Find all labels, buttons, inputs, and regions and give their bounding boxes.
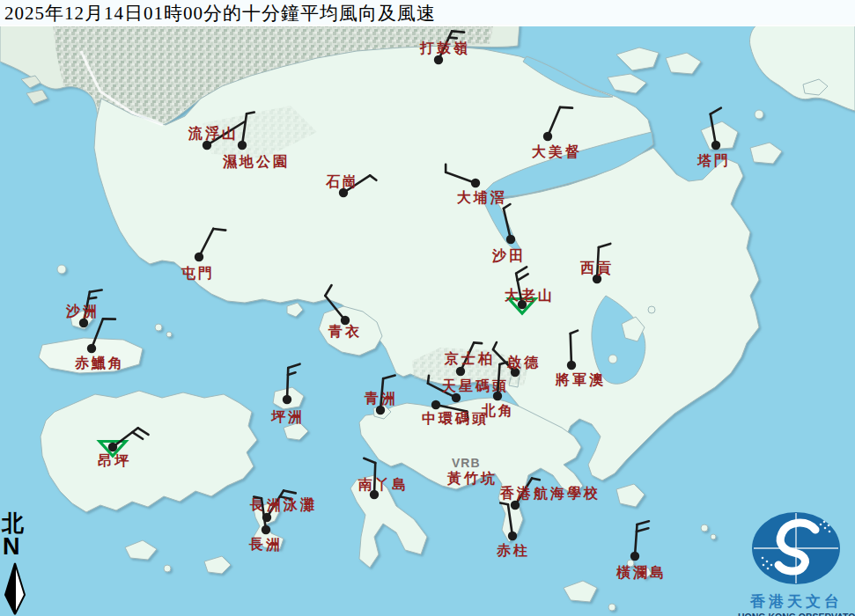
station-label: 南丫島 (357, 477, 409, 492)
land-soko-2 (164, 565, 171, 572)
station-dot (543, 132, 552, 141)
title-bar: 2025年12月14日01時00分的十分鐘平均風向及風速 (0, 0, 855, 26)
wind-barb-feather-half (500, 502, 508, 504)
land-brothers-1 (155, 324, 162, 331)
station-label: 大美督 (532, 143, 582, 159)
station-label: 石崗 (325, 174, 359, 189)
land-ninepin-1 (701, 524, 708, 532)
hko-logo-icon (738, 510, 855, 586)
wind-barb-feather-half (428, 376, 429, 384)
land-port-island (755, 110, 763, 119)
station-label: 大老山 (505, 288, 555, 303)
north-label-zh: 北 (2, 512, 37, 535)
station-label: 坪洲 (270, 409, 305, 424)
map-title: 2025年12月14日01時00分的十分鐘平均風向及風速 (4, 1, 436, 26)
station-label: 打鼓嶺 (419, 40, 470, 55)
station-label: 香港航海學校 (499, 485, 601, 501)
station-label: 大埔滘 (457, 189, 507, 205)
station-label: 青洲 (364, 391, 398, 406)
land-ninepin-2 (711, 534, 716, 539)
station-label: 昂坪 (98, 453, 131, 468)
station-dot (339, 188, 348, 197)
land-po-toi-2 (608, 604, 615, 611)
station-label: 長洲 (248, 537, 283, 552)
station-label: 屯門 (181, 266, 215, 281)
station-dot (630, 552, 639, 561)
land-sharp-island (648, 306, 655, 313)
wind-barb-feather-half (88, 297, 96, 298)
wind-barb-feather-full (213, 229, 225, 231)
wind-barb-feather-full (560, 107, 572, 108)
station-label: 京士柏 (444, 350, 495, 366)
station-label: 中環碼頭 (422, 411, 489, 427)
station-label: 青衣 (328, 324, 362, 339)
north-indicator: 北 N (2, 512, 37, 558)
station-dot (508, 532, 517, 540)
station-dot (506, 235, 515, 244)
station-label: 啟德 (506, 355, 541, 370)
wind-barb-feather-half (449, 38, 457, 39)
station-label: 濕地公園 (222, 154, 290, 170)
station-label: 赤鱲角 (74, 356, 125, 370)
station-dot (203, 141, 211, 150)
station-dot (108, 443, 117, 451)
wind-barb-feather-half (247, 112, 254, 114)
hko-wind-map-page: { "title": "2025年12月14日01時00分的十分鐘平均風向及風速… (0, 0, 855, 616)
station-dot (493, 392, 502, 400)
station-dot (567, 361, 576, 370)
station-dot (79, 319, 88, 327)
station-dot (593, 275, 601, 283)
station-label: 沙洲 (65, 304, 100, 319)
station-dot (471, 179, 480, 187)
station-dot (376, 406, 385, 414)
hko-logo: 香港天文台 HONG KONG OBSERVATORY (738, 510, 855, 616)
wind-barb-feather-half (474, 342, 482, 343)
hko-logo-name-en: HONG KONG OBSERVATORY (738, 612, 855, 616)
land-lung-kwu-chau (57, 265, 66, 274)
station-label: 塔門 (697, 153, 731, 168)
north-label-en: N (3, 535, 37, 558)
wind-barb-feather-full (452, 31, 464, 32)
station-dot (711, 141, 720, 150)
wind-barb-staff (571, 334, 571, 365)
wind-barb-feather-half (254, 496, 262, 498)
hko-logo-name-zh: 香港天文台 (738, 591, 855, 612)
station-label: 赤柱 (496, 543, 530, 558)
station-label: 西貢 (579, 260, 614, 276)
station-label: 沙田 (491, 248, 526, 263)
land-brothers-2 (166, 332, 172, 337)
land-shelter-island (608, 355, 617, 363)
station-dot (87, 344, 96, 353)
station-dot (195, 253, 203, 261)
station-label: 流浮山 (188, 125, 239, 141)
station-dot (238, 141, 247, 150)
station-dot (262, 525, 270, 534)
hong-kong-map: 打鼓嶺流浮山濕地公園石崗大埔滘大美督塔門沙田西貢大老山屯門沙洲赤鱲角青衣京士柏啟… (0, 0, 855, 616)
station-label: 橫瀾島 (615, 565, 667, 580)
wind-barb-feather-half (532, 478, 540, 480)
station-label: 黃竹坑 (446, 471, 498, 486)
station-dot (456, 367, 465, 376)
station-dot (452, 393, 461, 402)
station-label: 北角 (481, 403, 515, 418)
station-label: 將軍澳 (555, 372, 606, 387)
station-dot (434, 55, 443, 64)
station-dot (431, 400, 440, 409)
vrb-variable-wind-label: VRB (452, 456, 481, 470)
station-dot (283, 395, 291, 404)
wind-barb-staff (287, 368, 288, 400)
station-dot (511, 501, 520, 510)
